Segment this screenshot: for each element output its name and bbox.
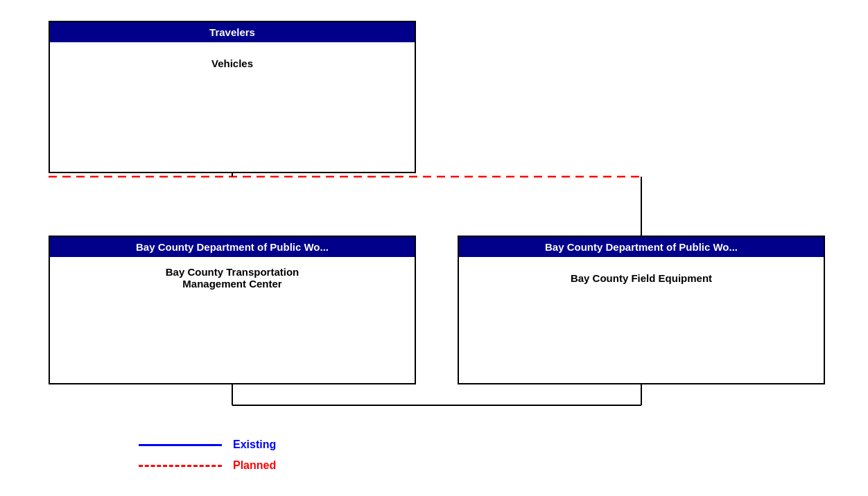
planned-line-sample	[139, 465, 222, 467]
field-header: Bay County Department of Public Wo...	[459, 237, 824, 257]
legend: Existing Planned	[139, 439, 276, 472]
legend-planned: Planned	[139, 459, 276, 472]
existing-line-sample	[139, 444, 222, 446]
travelers-header: Travelers	[50, 22, 415, 42]
field-body: Bay County Field Equipment	[459, 257, 824, 299]
field-node: Bay County Department of Public Wo... Ba…	[458, 236, 825, 384]
travelers-body: Vehicles	[50, 42, 415, 84]
existing-label: Existing	[233, 439, 276, 451]
legend-existing: Existing	[139, 439, 276, 451]
tmcenter-node: Bay County Department of Public Wo... Ba…	[49, 236, 416, 384]
planned-label: Planned	[233, 459, 276, 472]
tmcenter-body: Bay County TransportationManagement Cent…	[50, 257, 415, 299]
tmcenter-header: Bay County Department of Public Wo...	[50, 237, 415, 257]
diagram-container: Travelers Vehicles Bay County Department…	[0, 0, 868, 496]
travelers-node: Travelers Vehicles	[49, 21, 416, 173]
